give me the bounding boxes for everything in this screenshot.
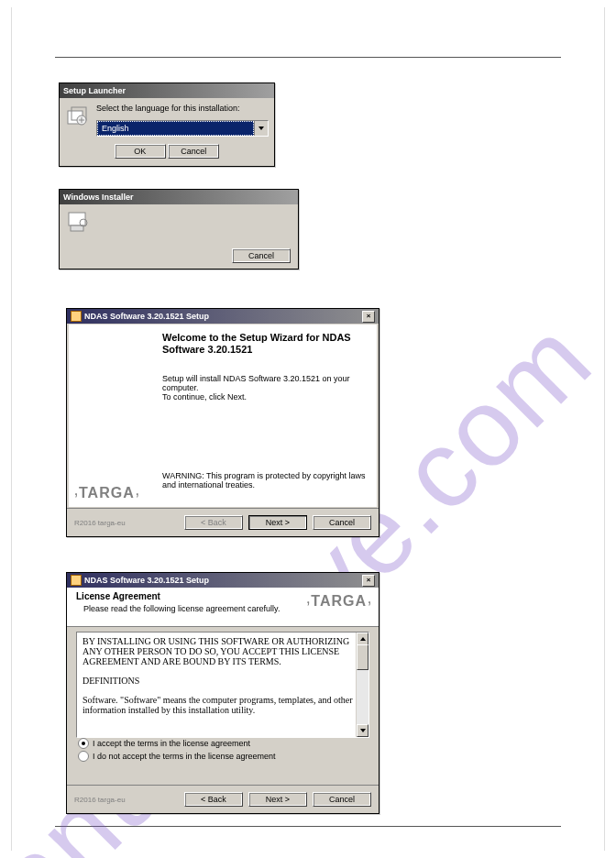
license-textbox[interactable]: BY INSTALLING OR USING THIS SOFTWARE OR … <box>76 632 369 738</box>
scrollbar[interactable] <box>356 632 368 737</box>
license-heading: License Agreement <box>76 591 160 601</box>
windows-installer-dialog: Windows Installer Cancel <box>59 189 299 270</box>
msi-icon <box>71 575 82 586</box>
wizard2-footer-text: R2016 targa-eu <box>74 796 126 804</box>
license-p1: BY INSTALLING OR USING THIS SOFTWARE OR … <box>82 636 363 666</box>
close-icon[interactable]: × <box>362 575 375 587</box>
windows-installer-titlebar: Windows Installer <box>60 190 298 204</box>
scroll-down-icon[interactable] <box>357 724 368 737</box>
license-p2: Software. "Software" means the computer … <box>82 695 363 715</box>
wizard1-text2: To continue, click Next. <box>162 392 369 402</box>
wizard1-warning: WARNING: This program is protected by co… <box>162 471 369 490</box>
setup-launcher-title: Setup Launcher <box>63 86 126 95</box>
decline-label: I do not accept the terms in the license… <box>93 752 276 761</box>
installer-icon <box>65 104 91 129</box>
accept-label: I accept the terms in the license agreem… <box>93 739 250 748</box>
welcome-wizard-dialog: NDAS Software 3.20.1521 Setup × ‚TARGA‚ … <box>66 308 380 537</box>
windows-installer-title: Windows Installer <box>63 192 133 202</box>
chevron-down-icon[interactable] <box>254 121 268 136</box>
wizard1-content: ‚TARGA‚ Welcome to the Setup Wizard for … <box>69 324 377 507</box>
wizard1-footer: R2016 targa-eu < Back Next > Cancel <box>67 508 379 536</box>
targa-brand-logo: ‚TARGA‚ <box>74 485 139 501</box>
setup-launcher-titlebar: Setup Launcher <box>60 83 274 98</box>
decline-radio[interactable]: I do not accept the terms in the license… <box>78 751 368 762</box>
wizard2-title: NDAS Software 3.20.1521 Setup <box>84 576 209 585</box>
cancel-button[interactable]: Cancel <box>168 144 219 159</box>
close-icon[interactable]: × <box>362 311 375 323</box>
wizard2-footer: R2016 targa-eu < Back Next > Cancel <box>67 785 379 813</box>
wizard1-titlebar: NDAS Software 3.20.1521 Setup × <box>67 309 379 324</box>
bottom-divider <box>55 826 561 827</box>
language-dropdown[interactable]: English <box>96 120 269 137</box>
ok-button[interactable]: OK <box>115 144 166 159</box>
setup-launcher-dialog: Setup Launcher Select the language for t… <box>59 82 275 167</box>
wizard2-titlebar: NDAS Software 3.20.1521 Setup × <box>67 573 379 588</box>
accept-radio[interactable]: I accept the terms in the license agreem… <box>78 738 368 749</box>
installer-running-icon <box>65 210 91 236</box>
top-divider <box>55 57 561 58</box>
language-selected: English <box>97 121 254 136</box>
language-prompt: Select the language for this installatio… <box>96 104 269 113</box>
scroll-up-icon[interactable] <box>357 632 368 645</box>
cancel-button[interactable]: Cancel <box>313 792 371 807</box>
msi-icon <box>71 311 82 322</box>
next-button[interactable]: Next > <box>248 792 307 807</box>
wizard1-footer-text: R2016 targa-eu <box>74 519 126 527</box>
next-button[interactable]: Next > <box>248 515 307 530</box>
scroll-thumb[interactable] <box>357 644 368 670</box>
wizard1-heading: Welcome to the Setup Wizard for NDAS Sof… <box>162 332 369 356</box>
wizard2-header-band: License Agreement Please read the follow… <box>67 588 379 627</box>
cancel-button[interactable]: Cancel <box>232 248 291 263</box>
license-sub: Please read the following license agreem… <box>83 604 280 613</box>
wizard1-title: NDAS Software 3.20.1521 Setup <box>84 312 209 321</box>
license-dialog: NDAS Software 3.20.1521 Setup × License … <box>66 572 380 814</box>
targa-brand-logo: ‚TARGA‚ <box>306 593 371 610</box>
back-button[interactable]: < Back <box>184 792 243 807</box>
wizard1-text1: Setup will install NDAS Software 3.20.15… <box>162 374 369 392</box>
back-button: < Back <box>184 515 243 530</box>
cancel-button[interactable]: Cancel <box>313 515 371 530</box>
license-h: DEFINITIONS <box>82 676 363 686</box>
